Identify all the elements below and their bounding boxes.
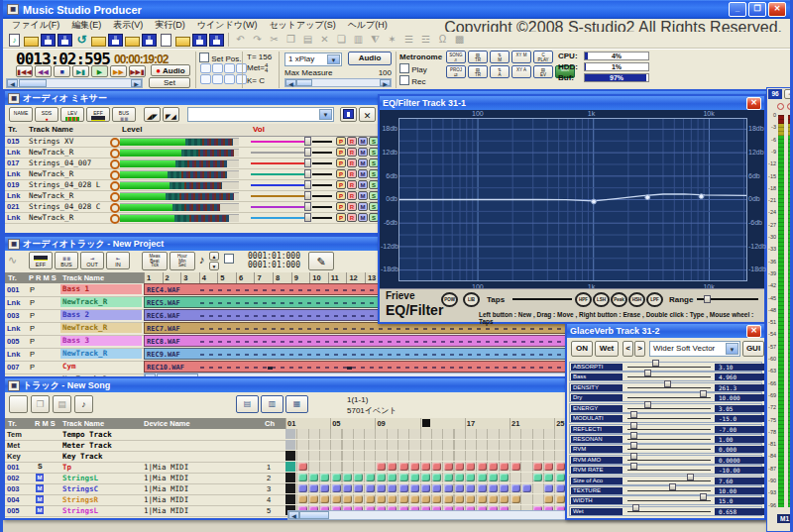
event-cell[interactable] — [399, 463, 408, 471]
ruler-measure[interactable]: 8 — [273, 272, 291, 283]
list2-icon[interactable]: ☲ — [418, 33, 433, 47]
ruler-measure[interactable]: 4 — [199, 272, 218, 283]
audio-clip[interactable]: REC9.WAF — [144, 348, 586, 360]
eq-control-point[interactable] — [699, 194, 704, 199]
delete-icon[interactable]: ✕ — [317, 33, 332, 47]
checkbox-icon[interactable] — [199, 53, 209, 62]
event-cell[interactable] — [354, 484, 363, 492]
peak-button[interactable]: Peak — [611, 292, 627, 307]
scroll-left-icon[interactable]: ◀ — [7, 79, 18, 87]
volume-slider-handle[interactable] — [304, 148, 311, 157]
list-icon[interactable]: ☰ — [401, 33, 416, 47]
param-slider-track[interactable] — [627, 460, 711, 461]
save-audio-icon[interactable] — [142, 34, 157, 47]
ruler-measure[interactable]: 12 — [346, 272, 365, 283]
position-memory-cell[interactable] — [224, 74, 235, 84]
headphones-icon[interactable]: Ω — [435, 33, 450, 47]
quick-button-⇅[interactable]: ⇅ A — [490, 65, 510, 78]
ruler-measure-label[interactable]: 25 — [556, 418, 564, 429]
event-cell[interactable] — [455, 463, 464, 471]
scroll-left-icon[interactable]: ◀ — [288, 511, 299, 519]
event-cell[interactable] — [343, 495, 352, 503]
meas-beat-tick-button[interactable]: Meas Beat Tick — [142, 252, 168, 270]
track-r-button[interactable]: R — [347, 213, 357, 222]
param-slider-handle[interactable] — [644, 370, 651, 376]
quick-button-▤[interactable]: ▤ EV — [533, 65, 553, 78]
event-cell[interactable] — [444, 484, 453, 492]
event-cell[interactable] — [500, 495, 509, 503]
track-m-button[interactable]: M — [358, 180, 368, 189]
ruler-measure[interactable]: 7 — [254, 272, 273, 283]
ruler-measure[interactable]: 3 — [180, 272, 199, 283]
close-button[interactable]: ✕ — [768, 2, 786, 17]
step-button[interactable]: ▶▮ — [72, 65, 89, 77]
pattern-icon[interactable]: ▩ — [452, 33, 467, 47]
event-cell[interactable] — [500, 463, 509, 471]
out-button[interactable]: ⇥OUT — [80, 252, 104, 269]
param-slider-track[interactable] — [627, 449, 711, 450]
play-mode-select[interactable]: 1 xPlay▼ — [284, 53, 342, 66]
event-cell[interactable] — [332, 495, 341, 503]
open-file-icon[interactable] — [175, 37, 190, 47]
chevron-down-icon[interactable]: ▼ — [327, 54, 340, 64]
mute-badge[interactable]: M — [36, 474, 44, 481]
track-r-button[interactable]: R — [347, 180, 357, 189]
position-link-checkbox[interactable] — [224, 254, 234, 264]
scroll-thumb[interactable] — [296, 79, 312, 86]
glaceverb-title-bar[interactable]: GlaceVerb Track 31-2✕ — [567, 324, 764, 338]
track-m-button[interactable]: M — [358, 148, 368, 157]
eq-title-bar[interactable]: EQ/Filter Track 31-1✕ — [380, 96, 764, 110]
event-cell[interactable] — [388, 484, 396, 492]
event-cell[interactable] — [455, 484, 464, 492]
param-slider-handle[interactable] — [630, 453, 637, 460]
event-cell[interactable] — [522, 484, 531, 492]
filter-icon[interactable]: ⧨ — [368, 33, 383, 47]
param-slider-handle[interactable] — [632, 504, 639, 511]
volume-slider[interactable] — [251, 191, 332, 200]
event-cell[interactable] — [489, 495, 498, 503]
volume-slider[interactable] — [251, 213, 332, 222]
event-cell[interactable] — [455, 474, 464, 481]
pencil-icon[interactable]: ✎ — [308, 252, 334, 270]
param-slider-track[interactable] — [627, 490, 711, 491]
param-slider-track[interactable] — [627, 387, 711, 388]
save-file-icon[interactable] — [192, 34, 207, 47]
open-project-icon[interactable] — [91, 37, 106, 47]
quick-button-⇅[interactable]: ⇅ M — [490, 51, 510, 63]
event-cell[interactable] — [489, 463, 498, 471]
param-slider-handle[interactable] — [669, 483, 676, 490]
pitch-view-button[interactable]: ▦ — [285, 395, 308, 413]
fast-forward-button[interactable]: ▶▶ — [110, 65, 127, 77]
event-cell[interactable] — [421, 474, 430, 481]
track-p-button[interactable]: P — [336, 159, 346, 167]
param-slider-handle[interactable] — [644, 401, 651, 408]
taps-slider[interactable] — [512, 298, 572, 300]
event-cell[interactable] — [410, 484, 419, 492]
track-r-button[interactable]: R — [347, 148, 357, 157]
event-cell[interactable] — [478, 484, 487, 492]
measure-scrollbar[interactable]: ◀▶ — [284, 78, 392, 87]
track-p-button[interactable]: P — [336, 180, 346, 189]
volume-slider[interactable] — [251, 148, 332, 157]
event-cell[interactable] — [298, 495, 307, 503]
event-cell[interactable] — [432, 484, 441, 492]
event-cell[interactable] — [410, 463, 419, 471]
event-cell[interactable] — [410, 495, 419, 503]
mute-badge[interactable]: M — [36, 506, 44, 514]
prev-preset-icon[interactable]: < — [623, 341, 633, 357]
event-cell[interactable] — [489, 484, 498, 492]
param-slider-handle[interactable] — [630, 411, 637, 418]
event-cell[interactable] — [388, 495, 396, 503]
param-slider-track[interactable] — [627, 418, 711, 419]
quick-button-song[interactable]: SONG ♬ — [446, 51, 466, 63]
set-pos-checkbox[interactable]: Set Pos. — [199, 53, 241, 63]
param-slider-track[interactable] — [627, 511, 711, 512]
scroll-right-icon[interactable]: ▶ — [380, 79, 391, 86]
clip-indicator-left-icon[interactable] — [777, 103, 784, 110]
param-slider-track[interactable] — [627, 470, 711, 471]
wet-button[interactable]: Wet — [595, 341, 619, 357]
chevron-down-icon[interactable]: ▼ — [726, 343, 738, 355]
ruler-measure[interactable]: 11 — [328, 272, 347, 283]
collapse-all-icon[interactable]: ◢◤ — [144, 107, 161, 122]
ruler-measure-label[interactable]: 05 — [332, 418, 340, 429]
